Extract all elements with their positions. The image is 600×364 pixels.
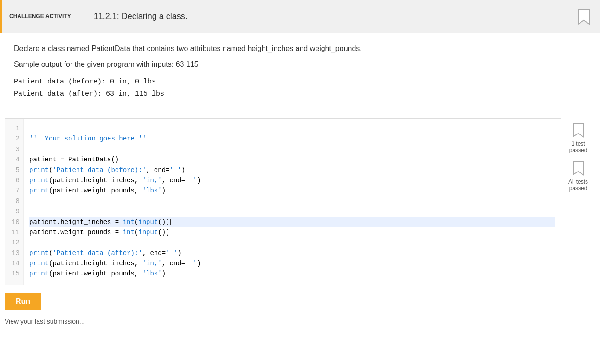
run-button-area: Run bbox=[0, 285, 600, 318]
view-submission-link[interactable]: View your last submission... bbox=[0, 318, 600, 325]
badge-1-sub: passed bbox=[569, 147, 587, 153]
code-line-15: print(patient.weight_pounds, 'lbs') bbox=[29, 268, 555, 279]
code-output: Patient data (before): 0 in, 0 lbs Patie… bbox=[14, 76, 586, 100]
code-area[interactable]: ''' Your solution goes here ''' patient … bbox=[24, 119, 561, 285]
badge-all-tests-passed: All tests passed bbox=[568, 161, 588, 192]
code-line-3 bbox=[29, 144, 555, 154]
sample-output-label: Sample output for the given program with… bbox=[14, 60, 586, 69]
code-line-1 bbox=[29, 123, 555, 134]
code-line-5: print('Patient data (before):', end=' ') bbox=[29, 165, 555, 175]
output-line1: Patient data (before): 0 in, 0 lbs bbox=[14, 76, 586, 88]
bookmark-icon-header[interactable] bbox=[577, 8, 591, 25]
code-line-13: print('Patient data (after):', end=' ') bbox=[29, 248, 555, 258]
line-numbers: 1 2 3 4 5 6 7 8 9 10 11 12 13 14 15 bbox=[5, 119, 24, 285]
editor-badges-wrapper: 1 2 3 4 5 6 7 8 9 10 11 12 13 14 15 ''' … bbox=[5, 118, 595, 285]
badge-1-test-passed: 1 test passed bbox=[569, 123, 587, 153]
header-title: 11.2.1: Declaring a class. bbox=[94, 12, 577, 21]
run-button[interactable]: Run bbox=[5, 293, 41, 310]
code-line-8 bbox=[29, 196, 555, 206]
header-divider bbox=[86, 7, 86, 26]
view-submission-text: View your last submission... bbox=[5, 318, 84, 325]
badge-1-label: 1 test bbox=[571, 140, 585, 147]
code-line-2: ''' Your solution goes here ''' bbox=[29, 134, 555, 144]
badge-panel: 1 test passed All tests passed bbox=[561, 118, 595, 285]
code-line-7: print(patient.weight_pounds, 'lbs') bbox=[29, 185, 555, 196]
challenge-label-line2: ACTIVITY bbox=[45, 13, 71, 20]
challenge-activity-label: CHALLENGE ACTIVITY bbox=[0, 0, 78, 33]
code-line-11: patient.weight_pounds = int(input()) bbox=[29, 227, 555, 237]
editor-container[interactable]: 1 2 3 4 5 6 7 8 9 10 11 12 13 14 15 ''' … bbox=[5, 118, 561, 285]
description-text: Declare a class named PatientData that c… bbox=[14, 45, 586, 53]
code-line-6: print(patient.height_inches, 'in,', end=… bbox=[29, 175, 555, 185]
badge-1-icon bbox=[572, 123, 585, 139]
badge-2-sub: passed bbox=[569, 185, 587, 192]
code-line-4: patient = PatientData() bbox=[29, 154, 555, 165]
code-line-12 bbox=[29, 237, 555, 248]
badge-2-label: All tests bbox=[568, 179, 588, 185]
main-content: Declare a class named PatientData that c… bbox=[0, 33, 600, 118]
challenge-label-line1: CHALLENGE bbox=[9, 13, 44, 20]
header-bar: CHALLENGE ACTIVITY 11.2.1: Declaring a c… bbox=[0, 0, 600, 33]
code-line-9 bbox=[29, 206, 555, 217]
code-line-10: patient.height_inches = int(input()) bbox=[29, 217, 555, 227]
output-line2: Patient data (after): 63 in, 115 lbs bbox=[14, 88, 586, 100]
code-line-14: print(patient.height_inches, 'in,', end=… bbox=[29, 258, 555, 268]
badge-2-icon bbox=[572, 161, 585, 177]
